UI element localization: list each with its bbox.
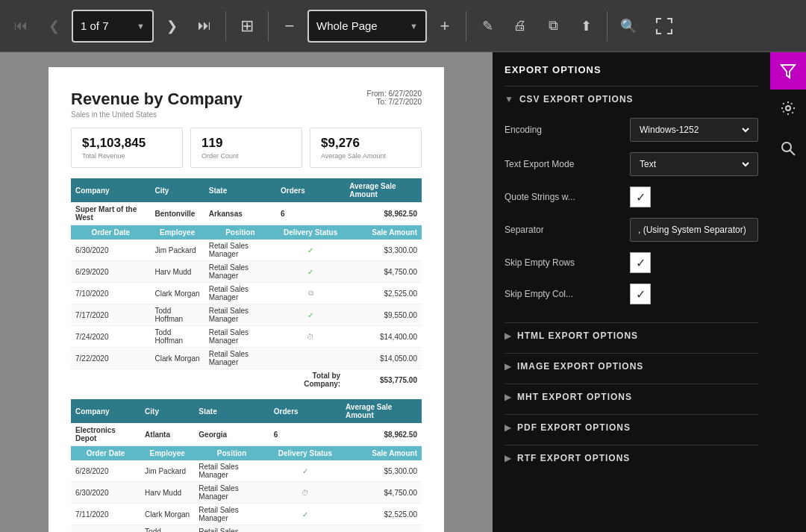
col-company: Company [71, 178, 151, 202]
separator-input[interactable] [630, 218, 758, 242]
total-revenue: $1,103,845 [82, 136, 172, 151]
skip-empty-cols-row: Skip Empty Col... ✓ [504, 284, 758, 304]
report-area: Revenue by Company Sales in the United S… [0, 52, 493, 532]
main-content: Revenue by Company Sales in the United S… [0, 52, 806, 532]
text-export-select[interactable]: Text FormattedText Raw [637, 158, 752, 170]
mht-section-header[interactable]: ▶ MHT EXPORT OPTIONS [504, 384, 758, 410]
panel-sidebar [770, 52, 806, 532]
csv-section-header[interactable]: ▼ CSV EXPORT OPTIONS [504, 86, 758, 112]
zoom-selector[interactable]: Whole Page ▼ [307, 10, 427, 43]
separator-label: Separator [504, 225, 624, 235]
export-panel: EXPORT OPTIONS ▼ CSV EXPORT OPTIONS Enco… [493, 52, 770, 532]
summary-card-orders: 119 Order Count [190, 128, 302, 168]
grid-view-button[interactable]: ⊞ [232, 11, 262, 41]
avg-sale: $9,276 [321, 136, 410, 151]
skip-empty-cols-checkbox[interactable]: ✓ [630, 284, 651, 304]
fullscreen-button[interactable] [649, 11, 679, 41]
rtf-export-section: ▶ RTF EXPORT OPTIONS [504, 445, 758, 471]
csv-content: Encoding Windows-1252 UTF-8 UTF-16 ASCII [504, 112, 758, 318]
right-panel-container: EXPORT OPTIONS ▼ CSV EXPORT OPTIONS Enco… [493, 52, 806, 532]
order-count: 119 [202, 136, 291, 151]
html-section-title: HTML EXPORT OPTIONS [517, 331, 638, 341]
csv-export-section: ▼ CSV EXPORT OPTIONS Encoding Windows-12… [504, 86, 758, 318]
pdf-section-header[interactable]: ▶ PDF EXPORT OPTIONS [504, 414, 758, 440]
col-state: State [204, 178, 276, 202]
skip-empty-cols-label: Skip Empty Col... [504, 289, 624, 299]
table-row: 7/22/2020 Clark Morgan Retail Sales Mana… [71, 348, 422, 369]
group-row-2: Electronics Depot Atlanta Georgia 6 $8,9… [71, 423, 422, 446]
zoom-out-button[interactable]: − [275, 11, 304, 41]
image-section-title: IMAGE EXPORT OPTIONS [517, 361, 643, 372]
data-table-1: Company City State Orders Average Sale A… [71, 178, 422, 390]
encoding-row: Encoding Windows-1252 UTF-8 UTF-16 ASCII [504, 118, 758, 142]
csv-toggle-icon: ▼ [504, 94, 513, 104]
image-section-header[interactable]: ▶ IMAGE EXPORT OPTIONS [504, 353, 758, 379]
svg-point-1 [786, 106, 790, 110]
summary-card-revenue: $1,103,845 Total Revenue [71, 128, 183, 168]
search-button[interactable]: 🔍 [613, 11, 643, 41]
quote-strings-row: Quote Strings w... ✓ [504, 187, 758, 207]
html-section-header[interactable]: ▶ HTML EXPORT OPTIONS [504, 322, 758, 348]
svg-line-3 [790, 151, 796, 156]
csv-section-title: CSV EXPORT OPTIONS [519, 94, 634, 104]
table-row: 7/17/2020 Todd Hoffman Retail Sales Mana… [71, 304, 422, 326]
table-row: 6/30/2020 Harv Mudd Retail Sales Manager… [71, 482, 422, 504]
html-export-section: ▶ HTML EXPORT OPTIONS [504, 322, 758, 348]
table-row: 7/10/2020 Clark Morgan Retail Sales Mana… [71, 283, 422, 304]
report-title: Revenue by Company [71, 90, 243, 109]
col-city: City [151, 178, 204, 202]
mht-toggle-icon: ▶ [504, 392, 511, 402]
prev-page-button[interactable]: ❮ [39, 11, 69, 41]
divider-4 [607, 11, 607, 41]
encoding-dropdown[interactable]: Windows-1252 UTF-8 UTF-16 ASCII [630, 118, 758, 142]
text-export-dropdown[interactable]: Text FormattedText Raw [630, 152, 758, 176]
mht-export-section: ▶ MHT EXPORT OPTIONS [504, 384, 758, 410]
last-page-button[interactable]: ⏭ [190, 11, 219, 41]
print-button[interactable]: 🖨 [505, 11, 535, 41]
sub-header-row-2: Order Date Employee Position Delivery St… [71, 446, 422, 461]
total-row-1: Total by Company: $53,775.00 [71, 369, 422, 391]
text-export-label: Text Export Mode [504, 159, 624, 169]
pdf-toggle-icon: ▶ [504, 422, 511, 433]
skip-empty-rows-label: Skip Empty Rows [504, 257, 624, 268]
copy-button[interactable]: ⧉ [538, 11, 568, 41]
rtf-section-header[interactable]: ▶ RTF EXPORT OPTIONS [504, 445, 758, 471]
order-count-label: Order Count [202, 152, 291, 160]
group-row-1: Super Mart of the West Bentonville Arkan… [71, 202, 422, 225]
skip-empty-rows-checkbox[interactable]: ✓ [630, 252, 651, 273]
report-subtitle: Sales in the United States [71, 110, 243, 119]
zoom-dropdown-icon: ▼ [410, 22, 418, 31]
divider-3 [466, 11, 466, 41]
report-header: Revenue by Company Sales in the United S… [71, 90, 422, 119]
table-row: 6/30/2020 Jim Packard Retail Sales Manag… [71, 240, 422, 261]
divider-2 [268, 11, 269, 41]
summary-card-avg: $9,276 Average Sale Amount [310, 128, 422, 168]
toolbar: ⏮ ❮ 1 of 7 ▼ ❯ ⏭ ⊞ − Whole Page ▼ + ✎ 🖨 … [0, 0, 806, 52]
summary-cards: $1,103,845 Total Revenue 119 Order Count… [71, 128, 422, 168]
zoom-label: Whole Page [316, 19, 404, 32]
data-table-2: Company City State Orders Average Sale A… [71, 399, 422, 532]
next-page-button[interactable]: ❯ [157, 11, 187, 41]
report-page: Revenue by Company Sales in the United S… [49, 67, 444, 532]
first-page-button[interactable]: ⏮ [6, 11, 36, 41]
export-button[interactable]: ⬆ [571, 11, 601, 41]
pdf-export-section: ▶ PDF EXPORT OPTIONS [504, 414, 758, 440]
encoding-label: Encoding [504, 125, 624, 135]
search-icon-button[interactable] [770, 130, 806, 167]
html-toggle-icon: ▶ [504, 331, 511, 341]
table-row: 7/24/2020 Todd Hoffman Retail Sales Mana… [71, 326, 422, 348]
page-selector[interactable]: 1 of 7 ▼ [72, 10, 154, 43]
col-orders: Orders [276, 178, 345, 202]
gear-icon-button[interactable] [770, 90, 806, 127]
encoding-select[interactable]: Windows-1252 UTF-8 UTF-16 ASCII [637, 124, 752, 136]
quote-strings-checkbox[interactable]: ✓ [630, 187, 651, 207]
table-row: 6/29/2020 Harv Mudd Retail Sales Manager… [71, 261, 422, 283]
table-row: 7/11/2020 Clark Morgan Retail Sales Mana… [71, 504, 422, 525]
table-row: 7/17/2020 Todd Hoffman Retail Sales Mana… [71, 525, 422, 533]
rtf-section-title: RTF EXPORT OPTIONS [517, 453, 630, 463]
filter-icon-button[interactable] [770, 52, 806, 90]
report-dates: From: 6/27/2020 To: 7/27/2020 [367, 90, 422, 106]
separator-row: Separator [504, 218, 758, 242]
edit-button[interactable]: ✎ [472, 11, 502, 41]
zoom-in-button[interactable]: + [430, 11, 460, 41]
